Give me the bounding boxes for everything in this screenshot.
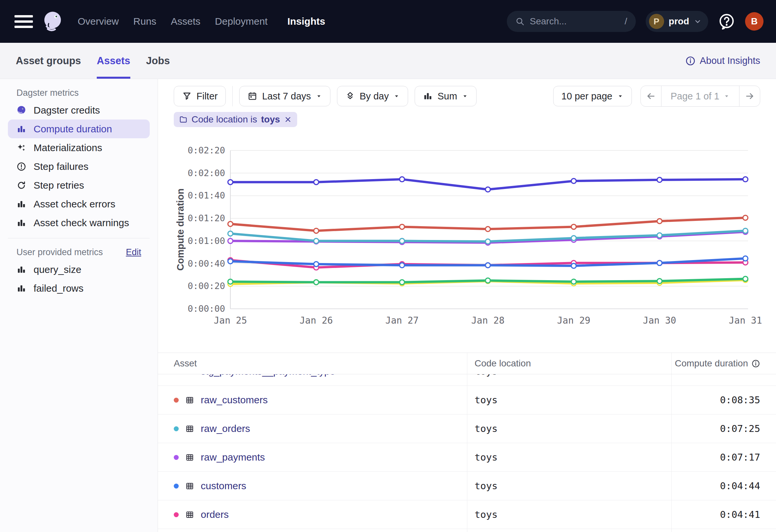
search-shortcut-hint: / (625, 16, 627, 27)
table-row-raw-customers[interactable]: raw_customerstoys0:08:35 (158, 386, 776, 414)
metrics-sidebar: Dagster metricsDagster creditsCompute du… (0, 79, 158, 532)
table-row-raw-payments[interactable]: raw_paymentstoys0:07:17 (158, 443, 776, 472)
sidebar-item-asset-check-warnings[interactable]: Asset check warnings (8, 213, 150, 232)
page-size-label: 10 per page (561, 91, 612, 102)
svg-text:Compute duration: Compute duration (175, 189, 186, 271)
previous-page-button[interactable] (641, 86, 661, 106)
search-input[interactable] (530, 16, 619, 27)
code-location-value: toys (474, 394, 498, 405)
next-page-button[interactable] (740, 86, 760, 106)
table-row-raw-orders[interactable]: raw_orderstoys0:07:25 (158, 414, 776, 443)
tab-jobs[interactable]: Jobs (146, 43, 170, 79)
top-nav-right: / P prod B (507, 11, 764, 32)
main-content: Filter Last 7 daysBy daySum 10 per page … (158, 79, 776, 532)
compute-duration-value: 0:07:25 (720, 423, 760, 434)
svg-text:0:00:00: 0:00:00 (188, 304, 225, 314)
info-icon (685, 56, 696, 66)
funnel-icon (182, 91, 192, 101)
code-location-filter-chip[interactable]: Code location is toys (174, 112, 297, 127)
edit-link[interactable]: Edit (126, 247, 141, 257)
sidebar-item-materializations[interactable]: Materializations (8, 138, 150, 157)
filter-button[interactable]: Filter (174, 86, 226, 106)
nav-item-overview[interactable]: Overview (78, 16, 119, 27)
folder-icon (179, 115, 188, 124)
insights-subnav: Asset groupsAssetsJobs About Insights (0, 43, 776, 79)
page-indicator-label: Page 1 of 1 (671, 91, 719, 102)
caret-down-icon (393, 93, 400, 100)
bar-chart-icon (423, 91, 433, 101)
dagster-logo-icon[interactable] (41, 10, 64, 33)
svg-text:0:00:20: 0:00:20 (188, 281, 225, 291)
nav-item-deployment[interactable]: Deployment (215, 16, 267, 27)
compute-duration-cell: 0:07:17 (671, 443, 776, 472)
svg-text:Jan 31: Jan 31 (729, 315, 762, 326)
sidebar-item-compute-duration[interactable]: Compute duration (8, 120, 150, 138)
table-row-customers[interactable]: customerstoys0:04:44 (158, 472, 776, 500)
calendar-icon (247, 91, 257, 101)
hamburger-menu-icon[interactable] (12, 13, 35, 30)
user-avatar[interactable]: B (745, 12, 764, 31)
bar-chart-icon (16, 124, 26, 134)
asset-link[interactable]: raw_customers (201, 394, 267, 405)
search-icon (515, 17, 525, 26)
sidebar-item-failed-rows[interactable]: failed_rows (8, 279, 150, 298)
compute-duration-cell: 0:04:41 (671, 500, 776, 529)
top-nav: OverviewRunsAssetsDeploymentInsights / P… (0, 0, 776, 43)
code-location-cell: toys (467, 374, 671, 385)
deployment-switcher[interactable]: P prod (646, 11, 708, 32)
column-header-code-location[interactable]: Code location (467, 353, 671, 374)
compute-duration-value: 0:07:17 (720, 452, 760, 463)
asset-link[interactable]: stg_payments__payment_type (201, 374, 335, 377)
compute-duration-cell: 0:08:35 (671, 386, 776, 414)
asset-cell: orders (158, 500, 467, 529)
sidebar-item-label: Step failures (34, 161, 88, 172)
asset-link[interactable]: customers (201, 480, 246, 492)
sparkles-icon (16, 143, 26, 153)
sidebar-item-query-size[interactable]: query_size (8, 260, 150, 279)
sidebar-item-label: Step retries (34, 180, 84, 191)
asset-link[interactable]: raw_payments (201, 452, 265, 463)
code-location-cell: toys (467, 443, 671, 472)
dropdown-sum[interactable]: Sum (415, 86, 476, 106)
sidebar-item-step-failures[interactable]: Step failures (8, 157, 150, 176)
asset-color-dot (174, 426, 179, 431)
compute-duration-cell: 0:04:44 (671, 472, 776, 500)
table-row-clipped[interactable]: stg_payments__payment_typetoys (158, 374, 776, 385)
sidebar-item-dagster-credits[interactable]: Dagster credits (8, 101, 150, 120)
sidebar-section-title: Dagster metrics (0, 85, 158, 101)
svg-text:0:01:20: 0:01:20 (188, 213, 225, 223)
page-indicator[interactable]: Page 1 of 1 (661, 86, 740, 106)
help-icon[interactable] (718, 13, 735, 30)
dropdown-last-7-days[interactable]: Last 7 days (239, 86, 330, 106)
asset-link[interactable]: raw_orders (201, 423, 250, 434)
compute-duration-cell (671, 374, 776, 385)
alert-circle-icon (16, 162, 26, 172)
table-grid-icon (185, 482, 194, 491)
bar-chart-icon (16, 218, 26, 228)
sidebar-item-step-retries[interactable]: Step retries (8, 176, 150, 195)
code-location-cell: toys (467, 500, 671, 529)
sidebar-item-asset-check-errors[interactable]: Asset check errors (8, 195, 150, 213)
table-row-orders[interactable]: orderstoys0:04:41 (158, 500, 776, 529)
tab-assets[interactable]: Assets (97, 43, 130, 79)
column-header-asset[interactable]: Asset (158, 353, 467, 374)
dropdown-by-day[interactable]: By day (337, 86, 408, 106)
svg-text:Jan 27: Jan 27 (385, 315, 419, 326)
nav-item-runs[interactable]: Runs (133, 16, 156, 27)
close-icon[interactable] (284, 116, 292, 124)
code-location-cell: toys (467, 472, 671, 500)
table-row-bottom-partial[interactable] (158, 529, 776, 532)
column-header-compute-duration-label: Compute duration (674, 358, 748, 369)
column-header-compute-duration[interactable]: Compute duration (671, 353, 776, 374)
nav-item-assets[interactable]: Assets (171, 16, 200, 27)
page-size-dropdown[interactable]: 10 per page (553, 86, 632, 106)
info-icon[interactable] (751, 359, 760, 368)
asset-link[interactable]: orders (201, 509, 229, 520)
asset-cell: customers (158, 472, 467, 500)
tab-asset-groups[interactable]: Asset groups (16, 43, 81, 79)
nav-item-insights[interactable]: Insights (287, 16, 325, 27)
search-box[interactable]: / (507, 11, 636, 32)
compute-duration-value: 0:08:35 (720, 394, 760, 405)
compute-duration-chart-container: 0:00:000:00:200:00:400:01:000:01:200:01:… (158, 134, 776, 333)
about-insights-link[interactable]: About Insights (685, 55, 760, 66)
